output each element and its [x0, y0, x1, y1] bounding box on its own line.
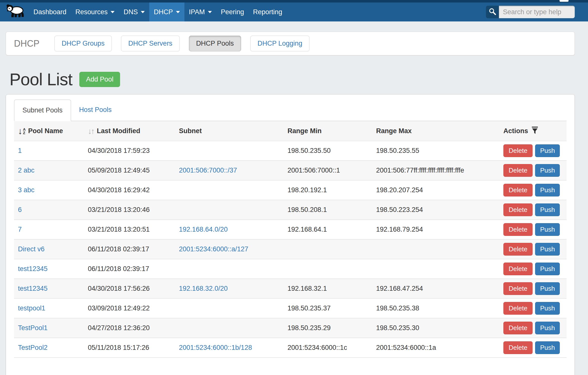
nav-item-resources[interactable]: Resources	[71, 2, 119, 21]
last-modified-value: 04/30/2018 17:56:26	[88, 285, 150, 292]
table-row: test1234504/30/2018 17:56:26192.168.32.0…	[14, 279, 567, 298]
last-modified-value: 04/27/2018 12:36:20	[88, 324, 150, 332]
delete-button[interactable]: Delete	[503, 243, 533, 256]
nav-item-reporting[interactable]: Reporting	[249, 2, 287, 21]
nav-item-label: Reporting	[253, 8, 282, 16]
range-max-cell: 2001:5234:6000::1a	[372, 338, 499, 358]
column-header-label: Range Min	[288, 127, 322, 135]
table-row: testpool103/09/2018 12:49:22198.50.235.3…	[14, 298, 567, 318]
pool-name-link[interactable]: 6	[18, 206, 22, 213]
subnet-cell: 192.168.64.0/20	[175, 220, 284, 239]
range-min-value: 2001:506:7000::1	[288, 167, 340, 174]
search-button[interactable]	[486, 6, 499, 18]
pool-name-link[interactable]: 3 abc	[18, 186, 34, 194]
push-button[interactable]: Push	[535, 144, 560, 157]
delete-button[interactable]: Delete	[503, 164, 533, 177]
pool-name-link[interactable]: TestPool2	[18, 344, 48, 351]
pool-name-cell: Direct v6	[14, 239, 84, 259]
actions-cell: DeletePush	[499, 200, 567, 220]
up-arrow-glyph: ↑	[91, 127, 95, 135]
subnet-link[interactable]: 2001:5234:6000::1b/128	[179, 344, 252, 351]
column-header-range-min[interactable]: Range Min	[284, 121, 372, 141]
subnet-link[interactable]: 192.168.64.0/20	[179, 226, 228, 233]
last-modified-cell: 06/11/2018 02:39:17	[84, 259, 175, 279]
a-z-letters: AZ	[23, 128, 26, 135]
subnet-link[interactable]: 2001:5234:6000::a/127	[179, 245, 248, 253]
nav-item-dashboard[interactable]: Dashboard	[29, 2, 71, 21]
delete-button[interactable]: Delete	[503, 302, 533, 315]
delete-button[interactable]: Delete	[503, 263, 533, 275]
range-max-cell: 198.50.235.55	[372, 141, 499, 161]
actions-cell: DeletePush	[499, 141, 567, 161]
brand-logo[interactable]	[6, 2, 25, 21]
tab-host-pools[interactable]: Host Pools	[71, 99, 120, 121]
range-max-value: 192.168.47.254	[376, 285, 423, 292]
delete-button[interactable]: Delete	[503, 184, 533, 196]
dhcp-pools-button[interactable]: DHCP Pools	[189, 36, 241, 51]
push-button[interactable]: Push	[535, 341, 560, 354]
push-button[interactable]: Push	[535, 263, 560, 275]
actions-cell: DeletePush	[499, 279, 567, 298]
delete-button[interactable]: Delete	[503, 282, 533, 295]
range-min-value: 198.20.192.1	[288, 186, 327, 194]
filter-funnel-icon[interactable]	[532, 126, 538, 136]
tab-subnet-pools[interactable]: Subnet Pools	[14, 99, 71, 121]
pool-name-link[interactable]: 2 abc	[18, 167, 34, 174]
column-header-subnet[interactable]: Subnet	[175, 121, 284, 141]
last-modified-value: 04/30/2018 16:29:42	[88, 186, 150, 194]
push-button[interactable]: Push	[535, 302, 560, 315]
nav-item-dhcp[interactable]: DHCP	[149, 2, 184, 21]
delete-button[interactable]: Delete	[503, 322, 533, 334]
push-button[interactable]: Push	[535, 184, 560, 196]
dhcp-servers-button[interactable]: DHCP Servers	[121, 36, 180, 51]
range-max-value: 2001:5234:6000::1a	[376, 344, 436, 351]
subnet-link[interactable]: 192.168.32.0/20	[179, 285, 228, 292]
push-button[interactable]: Push	[535, 164, 560, 177]
column-header-pool-name[interactable]: ↓AZPool Name	[14, 121, 84, 141]
pool-name-link[interactable]: 1	[18, 147, 22, 154]
push-button[interactable]: Push	[535, 322, 560, 334]
column-header-label: Subnet	[179, 127, 202, 135]
delete-button[interactable]: Delete	[503, 341, 533, 354]
pool-name-link[interactable]: test12345	[18, 265, 48, 273]
column-header-range-max[interactable]: Range Max	[372, 121, 499, 141]
dhcp-logging-button[interactable]: DHCP Logging	[250, 36, 310, 51]
down-arrow-glyph: ↓	[18, 127, 22, 136]
pool-name-link[interactable]: testpool1	[18, 304, 45, 312]
subnet-link[interactable]: 2001:506:7000::/37	[179, 167, 237, 174]
push-button[interactable]: Push	[535, 282, 560, 295]
pool-name-cell: 6	[14, 200, 84, 220]
column-header-last-modified[interactable]: ↓↑Last Modified	[84, 121, 175, 141]
delete-button[interactable]: Delete	[503, 223, 533, 236]
search-icon	[489, 8, 496, 16]
sort-alpha-asc-icon[interactable]: ↓AZ	[18, 127, 26, 136]
delete-button[interactable]: Delete	[503, 144, 533, 157]
push-button[interactable]: Push	[535, 203, 560, 216]
delete-button[interactable]: Delete	[503, 203, 533, 216]
pool-name-link[interactable]: TestPool1	[18, 324, 48, 332]
nav-item-peering[interactable]: Peering	[216, 2, 249, 21]
nav-item-label: Dashboard	[33, 8, 66, 16]
push-button[interactable]: Push	[535, 223, 560, 236]
pool-name-link[interactable]: Direct v6	[18, 245, 45, 253]
nav-item-ipam[interactable]: IPAM	[184, 2, 216, 21]
table-row: 603/21/2018 13:20:46198.50.208.1198.50.2…	[14, 200, 567, 220]
dhcp-groups-button[interactable]: DHCP Groups	[54, 36, 112, 51]
subnet-cell: 192.168.32.0/20	[175, 279, 284, 298]
last-modified-cell: 05/11/2018 15:17:26	[84, 338, 175, 358]
nav-item-dns[interactable]: DNS	[119, 2, 149, 21]
nav-items: DashboardResourcesDNSDHCPIPAMPeeringRepo…	[29, 2, 287, 21]
column-header-actions[interactable]: Actions	[499, 121, 567, 141]
add-pool-button[interactable]: Add Pool	[79, 72, 120, 87]
push-button[interactable]: Push	[535, 243, 560, 256]
chevron-down-icon	[111, 11, 115, 13]
pool-name-link[interactable]: test12345	[18, 285, 48, 292]
range-max-cell: 198.50.235.38	[372, 298, 499, 318]
sort-both-icon[interactable]: ↓↑	[88, 127, 95, 135]
range-min-value: 198.50.235.37	[288, 304, 331, 312]
column-header-label: Pool Name	[28, 127, 63, 135]
search-input[interactable]	[499, 6, 575, 18]
pool-name-link[interactable]: 7	[18, 226, 22, 233]
subnav-title: DHCP	[14, 38, 39, 49]
column-header-label: Range Max	[376, 127, 412, 135]
